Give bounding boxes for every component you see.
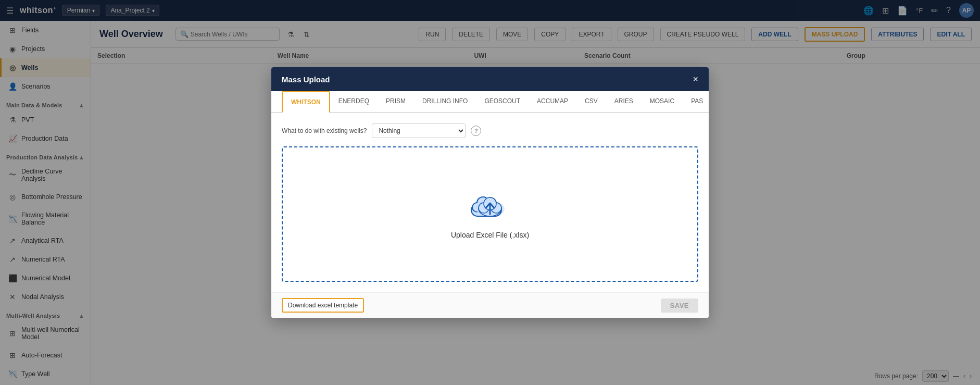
existing-wells-help-icon[interactable]: ? [471,126,481,136]
tab-prism[interactable]: PRISM [378,91,414,113]
tab-csv[interactable]: CSV [576,91,606,113]
modal-tabs: WHITSON ENERDEQ PRISM DRILLING INFO GEOS… [271,91,709,113]
tab-whitson[interactable]: WHITSON [282,91,330,113]
modal-close-button[interactable]: × [693,74,698,84]
tab-enerdeq[interactable]: ENERDEQ [330,91,378,113]
modal-content-area: What to do with existing wells? Nothing … [271,113,709,292]
modal-header: Mass Upload × [271,67,709,91]
existing-wells-label: What to do with existing wells? [282,127,367,134]
download-template-button[interactable]: Download excel template [282,298,364,313]
existing-wells-form-row: What to do with existing wells? Nothing … [282,123,698,138]
save-button[interactable]: SAVE [661,299,698,313]
cloud-upload-icon [469,189,511,222]
modal-title: Mass Upload [282,75,330,84]
upload-label: Upload Excel File (.xlsx) [451,231,529,239]
existing-wells-select[interactable]: Nothing Update Delete and Replace [372,123,466,138]
tab-mosaic[interactable]: MOSAIC [642,91,683,113]
upload-zone[interactable]: Upload Excel File (.xlsx) [282,146,698,282]
tab-drilling-info[interactable]: DRILLING INFO [414,91,476,113]
tab-geoscout[interactable]: GEOSCOUT [476,91,529,113]
tab-accumap[interactable]: ACCUMAP [529,91,576,113]
tab-aries[interactable]: ARIES [606,91,642,113]
mass-upload-modal: Mass Upload × WHITSON ENERDEQ PRISM DRIL… [271,67,709,318]
modal-overlay[interactable]: Mass Upload × WHITSON ENERDEQ PRISM DRIL… [0,0,980,385]
modal-footer: Download excel template SAVE [271,292,709,318]
tab-pas[interactable]: PAS [683,91,709,113]
